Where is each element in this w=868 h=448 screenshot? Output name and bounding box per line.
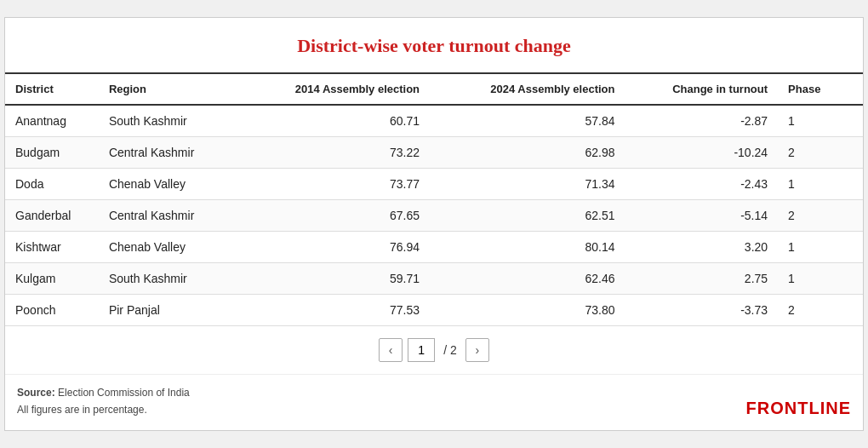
cell-2014: 77.53 bbox=[235, 295, 430, 326]
cell-district: Anantnag bbox=[5, 105, 99, 137]
source-label: Source: bbox=[17, 387, 55, 399]
cell-district: Kishtwar bbox=[5, 232, 99, 263]
cell-phase: 1 bbox=[778, 169, 863, 200]
table-row: Ganderbal Central Kashmir 67.65 62.51 -5… bbox=[5, 200, 863, 232]
cell-2024: 73.80 bbox=[430, 295, 625, 326]
cell-region: Pir Panjal bbox=[99, 295, 235, 326]
cell-phase: 1 bbox=[778, 105, 863, 137]
cell-phase: 1 bbox=[778, 232, 863, 263]
cell-2024: 62.51 bbox=[430, 200, 625, 232]
cell-phase: 2 bbox=[778, 137, 863, 169]
col-header-phase: Phase bbox=[778, 73, 863, 105]
voter-turnout-table: District Region 2014 Assembly election 2… bbox=[5, 72, 863, 326]
cell-change: -3.73 bbox=[625, 295, 779, 326]
col-header-2014: 2014 Assembly election bbox=[235, 73, 430, 105]
frontline-brand: FRONTLINE bbox=[746, 399, 851, 418]
main-container: District-wise voter turnout change Distr… bbox=[4, 17, 864, 430]
table-row: Poonch Pir Panjal 77.53 73.80 -3.73 2 bbox=[5, 295, 863, 326]
cell-2024: 71.34 bbox=[430, 169, 625, 200]
pagination-control: ‹ / 2 › bbox=[5, 326, 863, 374]
cell-2024: 62.46 bbox=[430, 263, 625, 295]
table-row: Kishtwar Chenab Valley 76.94 80.14 3.20 … bbox=[5, 232, 863, 263]
col-header-change: Change in turnout bbox=[625, 73, 779, 105]
cell-district: Budgam bbox=[5, 137, 99, 169]
page-title: District-wise voter turnout change bbox=[5, 35, 863, 57]
cell-change: -5.14 bbox=[625, 200, 779, 232]
cell-2024: 62.98 bbox=[430, 137, 625, 169]
cell-2014: 73.77 bbox=[235, 169, 430, 200]
next-page-button[interactable]: › bbox=[465, 338, 489, 362]
cell-phase: 2 bbox=[778, 295, 863, 326]
cell-2014: 67.65 bbox=[235, 200, 430, 232]
cell-change: -2.43 bbox=[625, 169, 779, 200]
page-total: 2 bbox=[450, 343, 457, 357]
cell-2014: 59.71 bbox=[235, 263, 430, 295]
table-row: Anantnag South Kashmir 60.71 57.84 -2.87… bbox=[5, 105, 863, 137]
source-text: Election Commission of India bbox=[58, 387, 190, 399]
cell-district: Doda bbox=[5, 169, 99, 200]
col-header-2024: 2024 Assembly election bbox=[430, 73, 625, 105]
cell-phase: 1 bbox=[778, 263, 863, 295]
cell-change: -10.24 bbox=[625, 137, 779, 169]
cell-district: Ganderbal bbox=[5, 200, 99, 232]
cell-district: Poonch bbox=[5, 295, 99, 326]
footer: Source: Election Commission of India All… bbox=[5, 374, 863, 429]
cell-region: South Kashmir bbox=[99, 105, 235, 137]
page-separator: / 2 bbox=[443, 343, 457, 357]
cell-2014: 76.94 bbox=[235, 232, 430, 263]
cell-region: Chenab Valley bbox=[99, 169, 235, 200]
cell-region: Chenab Valley bbox=[99, 232, 235, 263]
cell-region: Central Kashmir bbox=[99, 137, 235, 169]
table-row: Doda Chenab Valley 73.77 71.34 -2.43 1 bbox=[5, 169, 863, 200]
page-number-input[interactable] bbox=[408, 338, 435, 362]
cell-2024: 57.84 bbox=[430, 105, 625, 137]
cell-district: Kulgam bbox=[5, 263, 99, 295]
cell-phase: 2 bbox=[778, 200, 863, 232]
cell-change: -2.87 bbox=[625, 105, 779, 137]
prev-page-button[interactable]: ‹ bbox=[379, 338, 403, 362]
cell-region: Central Kashmir bbox=[99, 200, 235, 232]
cell-2024: 80.14 bbox=[430, 232, 625, 263]
col-header-region: Region bbox=[99, 73, 235, 105]
cell-change: 2.75 bbox=[625, 263, 779, 295]
table-row: Kulgam South Kashmir 59.71 62.46 2.75 1 bbox=[5, 263, 863, 295]
cell-2014: 60.71 bbox=[235, 105, 430, 137]
cell-change: 3.20 bbox=[625, 232, 779, 263]
cell-region: South Kashmir bbox=[99, 263, 235, 295]
footer-note: All figures are in percentage. bbox=[17, 404, 147, 416]
col-header-district: District bbox=[5, 73, 99, 105]
footer-source: Source: Election Commission of India All… bbox=[17, 385, 190, 417]
table-row: Budgam Central Kashmir 73.22 62.98 -10.2… bbox=[5, 137, 863, 169]
cell-2014: 73.22 bbox=[235, 137, 430, 169]
